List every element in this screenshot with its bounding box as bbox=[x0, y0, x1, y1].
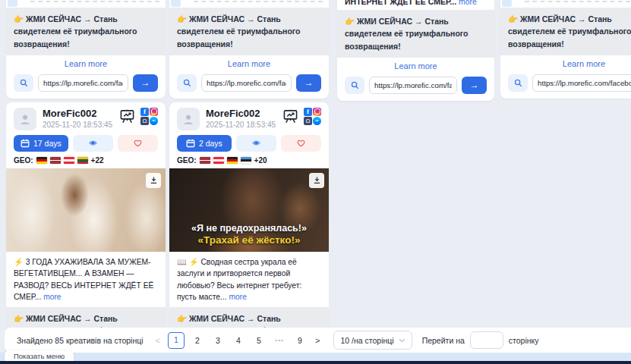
cutoff-search-button bbox=[502, 0, 512, 7]
partial-card-top-3: ИНТЕРНЕТ ЖДЁТ ЕЁ СМЕР... more 👉 ЖМИ СЕЙЧ… bbox=[337, 0, 494, 101]
open-url-button[interactable]: → bbox=[296, 74, 321, 92]
next-page-arrow[interactable]: > bbox=[313, 336, 322, 345]
page-9[interactable]: 9 bbox=[292, 333, 308, 348]
cutoff-url-row bbox=[6, 0, 166, 8]
cutoff-search-button bbox=[171, 0, 181, 7]
heart-icon bbox=[296, 139, 306, 147]
audience-network-icon: Ω bbox=[304, 117, 312, 125]
cutoff-divider bbox=[30, 1, 159, 2]
cta-headline: 👉 ЖМИ СЕЙЧАС → Стань свидетелем её триум… bbox=[500, 8, 631, 55]
cta-headline: 👉 ЖМИ СЕЙЧАС → Стань свидетелем её триум… bbox=[169, 8, 329, 55]
eye-icon bbox=[88, 140, 98, 146]
creative-card-1: MoreFic002 2025-11-20 18:53:45 f Ω 17 da… bbox=[6, 102, 166, 364]
flag-germany-icon bbox=[227, 157, 238, 164]
page-1[interactable]: 1 bbox=[168, 332, 185, 349]
clipped-text: ИНТЕРНЕТ ЖДЁТ ЕЁ СМЕР... bbox=[345, 0, 459, 6]
creative-image-dark: «Я не предохранялась!» «Трахай её жёстко… bbox=[169, 168, 329, 252]
arrow-right-icon: → bbox=[141, 78, 150, 87]
url-row: → bbox=[337, 73, 494, 101]
messenger-icon bbox=[313, 117, 321, 125]
column-2: 👉 ЖМИ СЕЙЧАС → Стань свидетелем её триум… bbox=[169, 0, 329, 364]
facebook-icon: f bbox=[140, 108, 149, 116]
page-4[interactable]: 4 bbox=[231, 333, 246, 348]
favorite-button[interactable] bbox=[118, 135, 158, 152]
pages-ellipsis[interactable]: ••• bbox=[272, 333, 287, 348]
cta-headline: 👉 ЖМИ СЕЙЧАС → Стань свидетелем её триум… bbox=[6, 8, 166, 55]
cutoff-url-row bbox=[169, 0, 329, 8]
page-size-select[interactable]: 10 /на сторінці bbox=[333, 331, 412, 350]
partial-card-top-4: 👉 ЖМИ СЕЙЧАС → Стань свидетелем её триум… bbox=[500, 0, 631, 99]
learn-more-link[interactable]: Learn more bbox=[169, 55, 329, 71]
creative-image-wedding bbox=[6, 168, 166, 252]
instagram-icon bbox=[313, 108, 321, 116]
flag-austria-icon bbox=[64, 157, 74, 164]
cutoff-divider bbox=[525, 1, 631, 2]
platform-icons: f Ω bbox=[304, 108, 321, 125]
search-url-button[interactable] bbox=[14, 74, 33, 92]
more-link[interactable]: more bbox=[459, 0, 477, 6]
days-label: 17 days bbox=[33, 139, 62, 148]
arrow-right-icon: → bbox=[470, 80, 479, 89]
show-menu-toggle[interactable]: Показать меню bbox=[5, 350, 74, 362]
download-icon bbox=[150, 176, 158, 184]
bottom-bar bbox=[0, 361, 631, 364]
learn-more-link[interactable]: Learn more bbox=[337, 58, 494, 73]
partial-card-top-2: 👉 ЖМИ СЕЙЧАС → Стань свидетелем её триум… bbox=[169, 0, 329, 99]
favorite-button[interactable] bbox=[281, 135, 321, 152]
geo-row: GEO: +22 bbox=[6, 153, 166, 168]
page-2[interactable]: 2 bbox=[190, 333, 205, 348]
header-icons: f Ω bbox=[119, 108, 158, 125]
search-icon bbox=[183, 79, 191, 87]
prev-page-arrow[interactable]: < bbox=[153, 336, 162, 345]
landing-url-input[interactable] bbox=[532, 74, 631, 92]
page-3[interactable]: 3 bbox=[210, 333, 226, 348]
learn-more-link[interactable]: Learn more bbox=[500, 55, 631, 71]
search-icon bbox=[20, 79, 28, 87]
goto-page-input[interactable] bbox=[470, 331, 503, 349]
geo-label: GEO: bbox=[14, 156, 33, 165]
geo-label: GEO: bbox=[177, 156, 197, 165]
page-size-value: 10 /на сторінці bbox=[340, 336, 393, 345]
audience-network-icon: Ω bbox=[140, 117, 149, 125]
landing-url-input[interactable] bbox=[201, 74, 292, 92]
learn-more-link[interactable]: Learn more bbox=[6, 55, 166, 71]
ad-board-icon bbox=[119, 109, 135, 124]
download-image-button[interactable] bbox=[146, 173, 161, 188]
days-active-button[interactable]: 2 days bbox=[177, 135, 232, 152]
search-url-button[interactable] bbox=[177, 74, 197, 92]
flag-latvia-icon bbox=[50, 157, 61, 164]
search-url-button[interactable] bbox=[508, 74, 528, 92]
landing-url-input[interactable] bbox=[369, 77, 457, 94]
more-link[interactable]: more bbox=[43, 293, 61, 301]
calendar-icon bbox=[186, 139, 195, 148]
chevron-down-icon bbox=[399, 338, 405, 343]
views-button[interactable] bbox=[236, 135, 276, 152]
views-button[interactable] bbox=[73, 135, 113, 152]
creative-body-text: 📖 ⚡ Сводная сестра украла её заслуги и п… bbox=[169, 252, 329, 307]
flag-estonia-icon bbox=[241, 157, 251, 164]
column-4: 👉 ЖМИ СЕЙЧАС → Стань свидетелем её триум… bbox=[500, 0, 631, 99]
geo-more-count: +20 bbox=[254, 156, 267, 165]
search-icon bbox=[514, 79, 522, 87]
goto-label: Перейти на bbox=[422, 336, 465, 345]
landing-url-input[interactable] bbox=[38, 74, 128, 92]
open-url-button[interactable]: → bbox=[133, 74, 158, 92]
days-active-button[interactable]: 17 days bbox=[14, 135, 68, 152]
cta-headline: 👉 ЖМИ СЕЙЧАС → Стань свидетелем её триум… bbox=[337, 10, 494, 58]
header-icons: f Ω bbox=[282, 108, 321, 125]
creative-date: 2025-11-20 18:53:45 bbox=[206, 121, 276, 129]
days-label: 2 days bbox=[199, 139, 222, 148]
creative-meta: MoreFic002 2025-11-20 18:53:45 bbox=[43, 108, 113, 129]
page-5[interactable]: 5 bbox=[251, 333, 267, 348]
more-link[interactable]: more bbox=[229, 293, 246, 301]
search-url-button[interactable] bbox=[345, 77, 364, 94]
avatar bbox=[14, 108, 36, 130]
overlay-line-1: «Я не предохранялась!» bbox=[169, 223, 329, 234]
goto-page-group: Перейти на сторінку bbox=[422, 331, 539, 349]
creative-header: MoreFic002 2025-11-20 18:53:45 f Ω bbox=[6, 102, 166, 133]
url-row: → bbox=[169, 71, 329, 99]
download-image-button[interactable] bbox=[309, 173, 324, 188]
download-icon bbox=[313, 176, 321, 184]
facebook-icon: f bbox=[304, 108, 312, 116]
open-url-button[interactable]: → bbox=[462, 77, 487, 94]
